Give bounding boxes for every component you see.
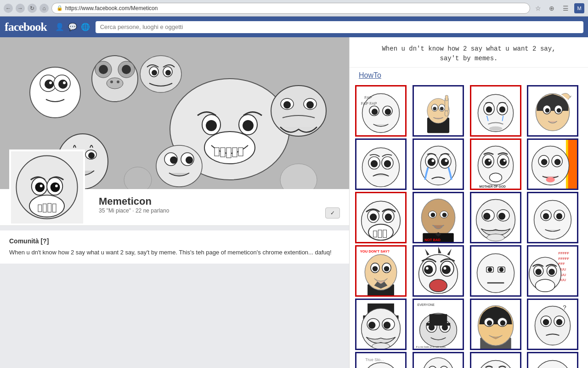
- meme-cell-fap[interactable]: FAP FAP FAP: [355, 85, 407, 137]
- zoom-icon[interactable]: ⊕: [547, 3, 557, 13]
- svg-point-11: [99, 65, 108, 74]
- meme-cell-row6-4[interactable]: [527, 352, 578, 368]
- svg-point-5: [58, 80, 68, 89]
- meme-cell-troll[interactable]: [470, 192, 521, 243]
- svg-rect-232: [426, 323, 450, 326]
- svg-rect-97: [445, 111, 448, 116]
- menu-icon[interactable]: ☰: [560, 3, 571, 13]
- svg-point-200: [499, 267, 503, 272]
- meme-cell-middlefinger[interactable]: [413, 85, 464, 137]
- svg-point-196: [477, 253, 514, 293]
- meme-grid: FAP FAP FAP: [350, 83, 588, 368]
- svg-rect-76: [38, 205, 42, 212]
- svg-point-13: [107, 78, 123, 89]
- meme-cell-tophat-troll[interactable]: [355, 299, 407, 350]
- svg-point-15: [117, 80, 119, 83]
- star-icon[interactable]: ☆: [533, 3, 543, 13]
- svg-point-222: [384, 322, 390, 328]
- svg-point-129: [484, 158, 491, 165]
- facebook-logo: facebook: [5, 20, 47, 34]
- svg-rect-23: [220, 148, 225, 157]
- popup-header-line2: say't by memes.: [359, 54, 579, 63]
- meme-cell-no-face[interactable]: ?: [527, 299, 578, 350]
- meme-cell-forever-alone[interactable]: [470, 85, 521, 137]
- messages-icon[interactable]: 💬: [68, 23, 77, 31]
- svg-point-240: [500, 320, 505, 326]
- svg-point-1: [30, 67, 80, 118]
- svg-point-142: [554, 159, 560, 165]
- meme-cell-rainbow2[interactable]: [413, 352, 464, 368]
- svg-point-172: [534, 200, 571, 239]
- meme-cell-blank1[interactable]: [527, 192, 578, 243]
- svg-rect-231: [429, 314, 447, 324]
- svg-point-149: [385, 213, 392, 220]
- meme-cell-poker[interactable]: [470, 245, 521, 297]
- meme-cell-crying[interactable]: [413, 138, 464, 190]
- page-name: Memeticon: [99, 196, 318, 207]
- svg-point-124: [445, 159, 447, 162]
- svg-point-167: [483, 213, 490, 219]
- refresh-button[interactable]: ↻: [28, 4, 37, 13]
- svg-text:FFFFF: FFFFF: [559, 257, 570, 261]
- svg-point-30: [283, 101, 291, 109]
- meme-cell-mother-of-god[interactable]: MOTHER OF GOD: [470, 138, 521, 190]
- svg-point-12: [122, 65, 131, 74]
- follow-button[interactable]: ✓: [325, 207, 340, 218]
- svg-point-213: [549, 269, 555, 275]
- search-input[interactable]: [96, 21, 583, 33]
- svg-point-160: [430, 213, 435, 217]
- meme-cell-not-bad[interactable]: NOT BAD: [413, 192, 464, 243]
- svg-rect-96: [445, 95, 448, 101]
- svg-point-36: [88, 152, 95, 159]
- meme-cell-row6-1[interactable]: True Sto...: [355, 352, 407, 368]
- profile-picture: [9, 150, 85, 225]
- meme-cell-everyone-look[interactable]: EVERYONE if u no look ur in teh eyes: [413, 299, 464, 350]
- svg-point-64: [186, 156, 193, 164]
- svg-point-245: [543, 319, 549, 325]
- svg-point-110: [557, 108, 561, 113]
- meme-cell-rage[interactable]: [355, 192, 407, 243]
- svg-point-221: [368, 322, 375, 328]
- svg-point-7: [63, 81, 66, 84]
- popup-header: When u dn't know how 2 say what u want 2…: [350, 37, 588, 68]
- meme-cell-yao-ming[interactable]: [470, 299, 521, 350]
- talking-label: ne parlano: [143, 207, 170, 214]
- forward-button[interactable]: →: [16, 4, 25, 13]
- meme-cell-you-dont-say[interactable]: YOU DON'T SAY?: [355, 245, 407, 297]
- svg-point-123: [431, 159, 434, 162]
- address-bar[interactable]: 🔒 https://www.facebook.com/Memeticon: [51, 3, 530, 14]
- svg-point-191: [441, 265, 450, 274]
- svg-point-99: [478, 94, 513, 132]
- svg-point-104: [489, 126, 502, 131]
- meme-cell-y-u-no[interactable]: [413, 245, 464, 297]
- svg-text:?: ?: [563, 304, 566, 311]
- meme-cell-row6-3[interactable]: [470, 352, 521, 368]
- svg-point-102: [486, 106, 492, 112]
- page-stats: 35 "Mi piace" · 22 ne parlano: [99, 207, 318, 214]
- svg-point-86: [372, 109, 378, 115]
- meme-cell-derp-rainbow[interactable]: [527, 138, 578, 190]
- back-button[interactable]: ←: [4, 4, 13, 13]
- svg-point-4: [45, 80, 54, 89]
- svg-point-20: [243, 120, 254, 131]
- svg-rect-78: [48, 203, 51, 212]
- browser-chrome: ← → ↻ ⌂ 🔒 https://www.facebook.com/Memet…: [0, 0, 588, 17]
- svg-point-193: [443, 267, 446, 270]
- meme-cell-okay[interactable]: [355, 138, 407, 190]
- friends-icon[interactable]: 👤: [55, 23, 64, 31]
- home-button[interactable]: ⌂: [40, 4, 49, 13]
- browser-toolbar-icons: ☆ ⊕ ☰ M: [533, 3, 584, 13]
- svg-point-183: [373, 266, 378, 271]
- svg-point-94: [440, 107, 444, 110]
- svg-text:True Sto...: True Sto...: [365, 357, 384, 362]
- svg-point-133: [489, 173, 502, 182]
- globe-icon[interactable]: 🌐: [81, 23, 90, 31]
- extension-icon[interactable]: M: [574, 3, 584, 13]
- svg-point-73: [40, 184, 43, 187]
- howto-link[interactable]: HowTo: [350, 68, 588, 83]
- svg-point-194: [429, 279, 447, 292]
- meme-cell-jackie[interactable]: [527, 85, 578, 137]
- svg-point-103: [499, 106, 505, 112]
- meme-cell-ffuuu[interactable]: FFFFF FFFFF FFF UUU UUU UUU: [527, 245, 578, 297]
- svg-point-170: [486, 234, 504, 241]
